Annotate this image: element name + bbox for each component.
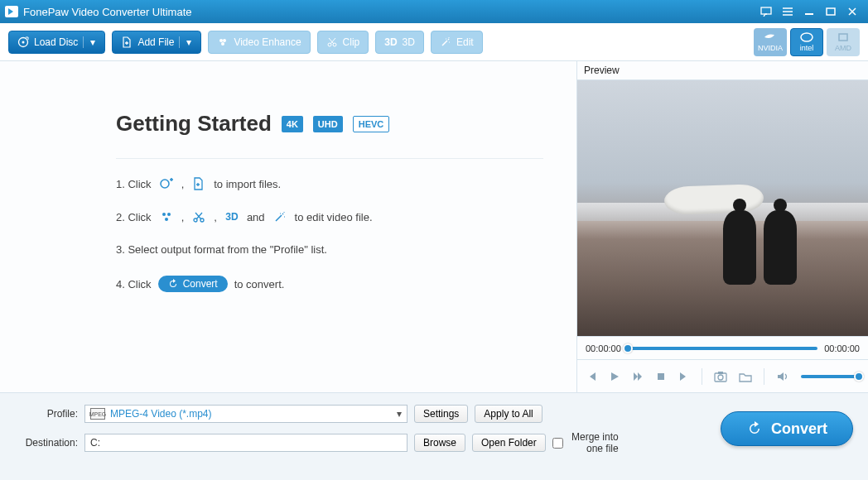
snapshot-icon[interactable]	[714, 371, 727, 382]
feedback-icon[interactable]	[755, 3, 777, 20]
volume-slider[interactable]	[801, 375, 859, 378]
open-folder-icon[interactable]	[739, 371, 752, 382]
close-button[interactable]	[841, 3, 863, 20]
minimize-button[interactable]	[798, 3, 820, 20]
profile-label: Profile:	[12, 408, 78, 420]
wand-icon-inline	[272, 210, 288, 223]
convert-button[interactable]: Convert	[721, 411, 853, 446]
getting-started-heading: Getting Started	[116, 111, 272, 137]
mpeg-icon: MPEG	[90, 408, 105, 420]
app-logo-icon	[5, 6, 18, 17]
tag-hevc: HEVC	[353, 116, 390, 132]
add-file-label: Add File	[137, 36, 174, 48]
browse-button[interactable]: Browse	[414, 434, 465, 452]
refresh-icon	[746, 420, 763, 437]
three-d-icon: 3D	[384, 36, 397, 48]
svg-rect-17	[658, 373, 664, 380]
svg-point-5	[223, 39, 226, 42]
svg-point-13	[167, 213, 171, 216]
svg-point-12	[162, 213, 166, 216]
preview-label: Preview	[577, 61, 868, 80]
getting-started-panel: Getting Started 4K UHD HEVC 1. Click , t…	[0, 61, 576, 392]
next-icon[interactable]	[678, 371, 690, 382]
merge-checkbox[interactable]: Merge into one file	[552, 431, 619, 454]
svg-rect-20	[718, 372, 723, 374]
step-4: 4. Click Convert to convert.	[116, 276, 543, 292]
tag-4k: 4K	[282, 116, 303, 132]
maximize-button[interactable]	[820, 3, 841, 20]
video-enhance-label: Video Enhance	[234, 36, 301, 48]
enhance-icon	[217, 36, 229, 48]
svg-rect-1	[827, 8, 835, 15]
preview-image	[577, 80, 868, 336]
gpu-nvidia[interactable]: NVIDIA	[754, 28, 787, 56]
time-total: 00:00:00	[824, 343, 860, 353]
video-enhance-button[interactable]: Video Enhance	[208, 31, 310, 54]
settings-button[interactable]: Settings	[414, 405, 468, 423]
three-d-icon-inline: 3D	[224, 210, 240, 223]
svg-point-19	[718, 375, 723, 380]
scissors-icon	[326, 36, 338, 48]
svg-point-11	[161, 180, 169, 188]
disc-add-icon	[158, 177, 175, 190]
apply-all-button[interactable]: Apply to All	[475, 405, 542, 423]
gpu-selector: NVIDIA intel AMD	[754, 28, 860, 56]
edit-label: Edit	[456, 36, 474, 48]
destination-input[interactable]: C:	[84, 434, 407, 452]
edit-button[interactable]: Edit	[431, 31, 483, 54]
stop-icon[interactable]	[655, 371, 667, 382]
volume-icon[interactable]	[776, 371, 789, 382]
player-controls	[577, 359, 868, 392]
destination-label: Destination:	[12, 437, 78, 449]
prev-icon[interactable]	[586, 371, 597, 382]
profile-value: MPEG-4 Video (*.mp4)	[110, 408, 212, 420]
svg-point-9	[801, 33, 813, 41]
nvidia-icon	[763, 31, 778, 43]
convert-label: Convert	[771, 420, 827, 438]
load-disc-button[interactable]: Load Disc ▾	[8, 31, 105, 54]
profile-combo[interactable]: MPEG MPEG-4 Video (*.mp4) ▾	[84, 405, 407, 423]
menu-icon[interactable]	[777, 3, 798, 20]
svg-rect-10	[839, 34, 847, 41]
clip-label: Clip	[343, 36, 360, 48]
toolbar: Load Disc ▾ Add File ▾ Video Enhance Cli…	[0, 23, 868, 61]
step-2: 2. Click , , 3D and to edit video file.	[116, 210, 543, 223]
open-folder-button[interactable]: Open Folder	[472, 434, 546, 452]
forward-icon[interactable]	[632, 371, 644, 382]
play-icon[interactable]	[609, 371, 620, 382]
titlebar: FonePaw Video Converter Ultimate	[0, 0, 868, 23]
three-d-label: 3D	[403, 36, 415, 48]
disc-icon	[17, 36, 29, 48]
intel-icon	[799, 31, 814, 43]
gpu-amd[interactable]: AMD	[827, 28, 860, 56]
time-current: 00:00:00	[586, 343, 621, 353]
merge-checkbox-input[interactable]	[552, 438, 563, 449]
svg-rect-0	[761, 7, 771, 14]
main-area: Getting Started 4K UHD HEVC 1. Click , t…	[0, 61, 868, 392]
svg-point-6	[221, 42, 224, 46]
convert-pill: Convert	[158, 276, 228, 292]
svg-point-4	[219, 39, 223, 42]
refresh-icon	[168, 279, 178, 289]
gpu-intel[interactable]: intel	[790, 28, 823, 56]
file-add-icon-inline	[190, 177, 207, 190]
time-bar: 00:00:00 00:00:00	[577, 336, 868, 359]
clip-button[interactable]: Clip	[317, 31, 369, 54]
svg-point-3	[22, 41, 25, 43]
svg-point-14	[165, 218, 168, 221]
add-file-dropdown[interactable]: ▾	[179, 36, 192, 48]
load-disc-dropdown[interactable]: ▾	[83, 36, 96, 48]
file-add-icon	[121, 36, 133, 48]
enhance-icon-inline	[158, 210, 175, 223]
wand-icon	[440, 36, 451, 48]
tag-uhd: UHD	[313, 116, 343, 132]
step-1: 1. Click , to import files.	[116, 177, 543, 190]
app-title: FonePaw Video Converter Ultimate	[23, 6, 192, 18]
step-3: 3. Select output format from the "Profil…	[116, 243, 543, 256]
amd-icon	[836, 31, 851, 43]
add-file-button[interactable]: Add File ▾	[112, 31, 201, 54]
preview-panel: Preview 00:00:00 00:00:00	[576, 61, 868, 392]
seek-slider[interactable]	[628, 347, 817, 350]
chevron-down-icon: ▾	[397, 408, 402, 420]
three-d-button[interactable]: 3D 3D	[375, 31, 424, 54]
